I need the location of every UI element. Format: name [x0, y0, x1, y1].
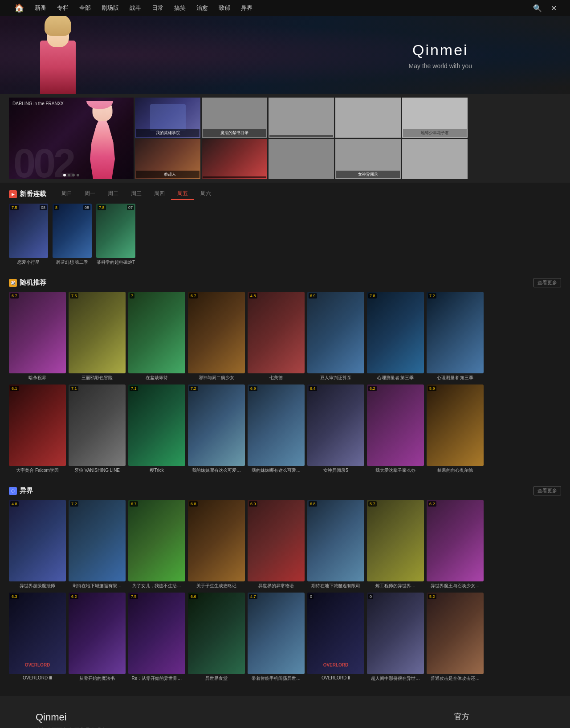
new-anime-icon: ▶ [9, 190, 17, 198]
banner-cell-2[interactable]: 魔法的禁书目录 [202, 98, 267, 138]
random-row1: 6.7 暗杀祝界 7.5 三丽鸥彩色冒险 7 在盆栽等待 6.7 邪神与厨二病少… [9, 292, 561, 381]
random-card-r2-5[interactable]: 6.4 女神异闻录5 [307, 384, 364, 474]
random-card-r2-1[interactable]: 7.1 牙狼 VANISHING LINE [69, 384, 126, 474]
isekai-header: ⬡ 异界 查看更多 [9, 486, 561, 495]
random-title: 随机推荐 [20, 278, 46, 287]
banner-section: 002 DARLING in the FRANXX 我的英雄学院 [0, 94, 570, 183]
anime-card-1[interactable]: 8 08 碧蓝幻想 第二季 [53, 204, 92, 266]
darling-character [80, 101, 125, 179]
banner-main[interactable]: 002 DARLING in the FRANXX [9, 98, 134, 179]
footer: Qinmei 十年生死两定史·不悲是自强症 本程序为开源项目，个人可免费使用，项… [0, 696, 570, 728]
isekai-row1: 4.8 异世界超级魔法师 7.2 剩待在地下城邂逅有限… 6.7 为了女儿，我连… [9, 500, 561, 589]
darling-title-label: DARLING in the FRANXX [12, 101, 64, 106]
random-card-r2-6[interactable]: 6.2 我太爱这辈子家么办 [367, 384, 424, 474]
nav-item-4[interactable]: 剧场版 [96, 0, 124, 16]
isekai-card-r2-3[interactable]: 6.6 异世界食堂 [188, 593, 245, 682]
banner-cell-9[interactable]: 女神异闻录 [335, 139, 401, 179]
banner-dots [63, 174, 79, 176]
nav-item-9[interactable]: 致郁 [213, 0, 236, 16]
isekai-card-r1-4[interactable]: 6.9 异世界的异常物语 [248, 500, 305, 589]
random-card-r1-2[interactable]: 7 在盆栽等待 [128, 292, 185, 381]
hero-section: Qinmei May the world with you [0, 16, 570, 94]
isekai-card-r2-0[interactable]: 6.3 OVERLORD OVERLORD Ⅲ [9, 593, 66, 682]
tab-day-0[interactable]: 周日 [55, 188, 78, 200]
isekai-card-r2-7[interactable]: 5.2 普通攻击是全体攻击还… [427, 593, 484, 682]
random-section: 🎲 随机推荐 查看更多 6.7 暗杀祝界 7.5 三丽鸥彩色冒险 7 在盆栽等待… [0, 273, 570, 479]
banner-cell-1[interactable]: 我的英雄学院 [135, 98, 200, 138]
tab-day-1[interactable]: 周一 [78, 188, 102, 200]
random-card-r1-1[interactable]: 7.5 三丽鸥彩色冒险 [69, 292, 126, 381]
navigation: 🏠 新番 专栏 全部 剧场版 战斗 日常 搞笑 治愈 致郁 异界 🔍 ✕ [0, 0, 570, 16]
new-anime-section: ▶ 新番连载 周日 周一 周二 周三 周四 周五 周六 7.5 08 恋爱小行星… [0, 183, 570, 271]
isekai-card-r2-2[interactable]: 7.5 Re：从零开始的异世界… [128, 593, 185, 682]
random-header: 🎲 随机推荐 查看更多 [9, 278, 561, 287]
banner-cell-6[interactable]: 一拳超人 [135, 139, 200, 179]
hero-title: Qinmei [409, 41, 472, 58]
tab-day-6[interactable]: 周六 [194, 188, 217, 200]
tab-day-3[interactable]: 周三 [125, 188, 148, 200]
random-card-r1-7[interactable]: 7.2 心理测量者 第三季 [427, 292, 484, 381]
isekai-section: ⬡ 异界 查看更多 4.8 异世界超级魔法师 7.2 剩待在地下城邂逅有限… 6… [0, 481, 570, 687]
nav-item-6[interactable]: 日常 [147, 0, 169, 16]
random-card-r2-2[interactable]: 7.1 樱Trick [128, 384, 185, 474]
random-card-r1-3[interactable]: 6.7 邪神与厨二病少女 [188, 292, 245, 381]
anime-card-0[interactable]: 7.5 08 恋爱小行星 [9, 204, 48, 266]
nav-item-3[interactable]: 全部 [74, 0, 96, 16]
footer-left: Qinmei 十年生死两定史·不悲是自强症 本程序为开源项目，个人可免费使用，项… [36, 712, 419, 728]
banner-cell-label-7 [203, 176, 266, 178]
isekai-card-r1-6[interactable]: 5.7 炼工程师的异世界… [367, 500, 424, 589]
random-card-r1-0[interactable]: 6.7 暗杀祝界 [9, 292, 66, 381]
isekai-title: 异界 [20, 487, 33, 495]
search-icon[interactable]: 🔍 [529, 4, 546, 12]
banner-cell-label-6: 一拳超人 [136, 171, 200, 178]
banner-cell-3[interactable] [269, 98, 334, 138]
anime-card-2[interactable]: 7.8 07 某科学的超电磁炮T [96, 204, 135, 266]
isekai-card-r1-0[interactable]: 4.8 异世界超级魔法师 [9, 500, 66, 589]
isekai-row2: 6.3 OVERLORD OVERLORD Ⅲ 6.2 从零开始的魔法书 7.5… [9, 593, 561, 682]
nav-item-1[interactable]: 新番 [29, 0, 52, 16]
banner-cell-10[interactable] [402, 139, 468, 179]
random-more-button[interactable]: 查看更多 [533, 278, 561, 287]
hero-text: Qinmei May the world with you [409, 41, 472, 69]
random-card-r2-7[interactable]: 5.9 植果的向心奥尔德 [427, 384, 484, 474]
isekai-card-r1-7[interactable]: 6.2 异世界魔王与召唤少女… [427, 500, 484, 589]
footer-right-title: 官方 [454, 712, 534, 722]
banner-cell-5[interactable]: 地缚少年花子君 [402, 98, 468, 138]
isekai-card-r1-1[interactable]: 7.2 剩待在地下城邂逅有限… [69, 500, 126, 589]
isekai-card-r2-1[interactable]: 6.2 从零开始的魔法书 [69, 593, 126, 682]
nav-home[interactable]: 🏠 [9, 3, 29, 13]
isekai-icon: ⬡ [9, 487, 17, 495]
isekai-card-r2-4[interactable]: 4.7 带着智能手机闯荡异世… [248, 593, 305, 682]
new-anime-cards: 7.5 08 恋爱小行星 8 08 碧蓝幻想 第二季 7.8 07 某科学的超电… [9, 204, 561, 266]
banner-cell-label-9: 女神异闻录 [336, 171, 400, 178]
nav-item-8[interactable]: 治愈 [191, 0, 213, 16]
nav-item-2[interactable]: 专栏 [52, 0, 74, 16]
random-card-r1-6[interactable]: 7.8 心理测量者 第三季 [367, 292, 424, 381]
random-card-r1-4[interactable]: 4.8 七美德 [248, 292, 305, 381]
isekai-card-r1-2[interactable]: 6.7 为了女儿，我连不生活… [128, 500, 185, 589]
tab-day-5[interactable]: 周五 [171, 188, 194, 200]
isekai-card-r2-5[interactable]: 0 OVERLORD OVERLORD Ⅱ [307, 593, 364, 682]
banner-grid: 002 DARLING in the FRANXX 我的英雄学院 [9, 98, 561, 179]
nav-item-10[interactable]: 异界 [236, 0, 258, 16]
nav-item-7[interactable]: 搞笑 [169, 0, 191, 16]
isekai-card-r2-6[interactable]: 0 超人间中那份很在异世… [367, 593, 424, 682]
menu-icon[interactable]: ✕ [546, 4, 561, 12]
footer-brand: Qinmei [36, 712, 419, 723]
banner-cell-label-1: 我的英雄学院 [136, 129, 200, 137]
random-card-r2-4[interactable]: 6.9 我的妹妹哪有这么可爱… [248, 384, 305, 474]
banner-cell-4[interactable] [335, 98, 401, 138]
tab-day-4[interactable]: 周四 [148, 188, 171, 200]
random-card-r2-0[interactable]: 6.1 大宇奥合 Falcom学园 [9, 384, 66, 474]
banner-cell-label-5: 地缚少年花子君 [403, 129, 467, 137]
random-card-r1-5[interactable]: 6.9 豆人审判还算亲 [307, 292, 364, 381]
random-card-r2-3[interactable]: 7.2 我的妹妹哪有这么可爱… [188, 384, 245, 474]
isekai-more-button[interactable]: 查看更多 [533, 486, 561, 495]
banner-cell-8[interactable] [269, 139, 334, 179]
isekai-card-r1-3[interactable]: 6.8 关于子生生成史略记 [188, 500, 245, 589]
isekai-card-r1-5[interactable]: 6.8 期待在地下城邂逅有限司 [307, 500, 364, 589]
banner-cell-7[interactable] [202, 139, 267, 179]
nav-item-5[interactable]: 战斗 [124, 0, 147, 16]
tab-day-2[interactable]: 周二 [102, 188, 125, 200]
banner-cell-label-3 [269, 135, 333, 137]
